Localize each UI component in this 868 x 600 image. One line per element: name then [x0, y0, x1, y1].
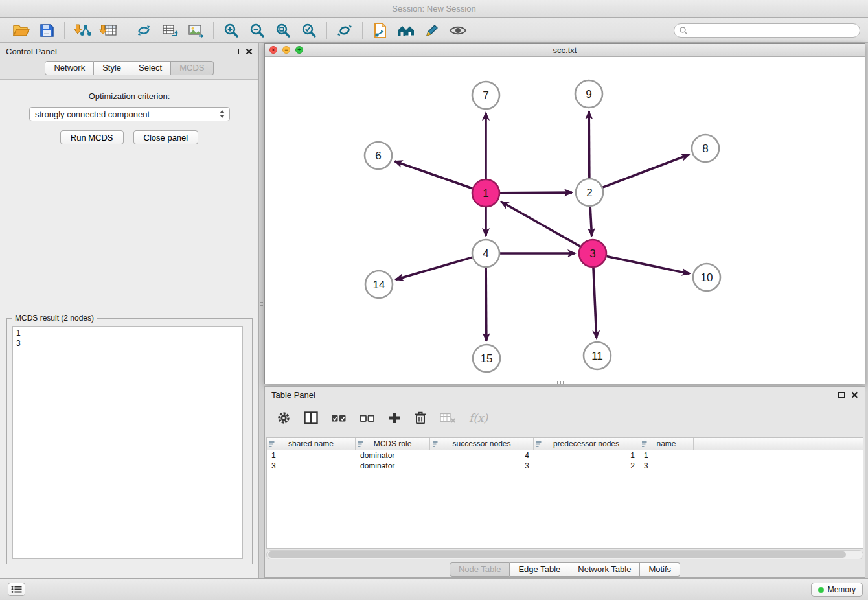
cell-mcds_role[interactable]: dominator: [356, 450, 430, 461]
column-header-predecessor_nodes[interactable]: predecessor nodes: [534, 438, 639, 450]
graph-node-label: 4: [483, 248, 488, 260]
unselect-all-columns-button[interactable]: [360, 413, 375, 423]
zoom-in-button[interactable]: [218, 20, 244, 41]
graph-node-label: 1: [483, 187, 488, 200]
column-header-name[interactable]: name: [639, 438, 694, 450]
graph-edge-3-11[interactable]: [593, 268, 597, 338]
graph-edge-2-8[interactable]: [603, 155, 689, 188]
search-box[interactable]: [674, 23, 860, 38]
table-row[interactable]: 1dominator411: [267, 450, 863, 461]
network-canvas[interactable]: 7968124314101511: [265, 58, 865, 384]
cell-predecessor_nodes[interactable]: 1: [534, 450, 639, 461]
delete-column-button[interactable]: [414, 411, 427, 425]
delete-table-button[interactable]: [440, 412, 456, 424]
tab-motifs[interactable]: Motifs: [640, 562, 680, 577]
tab-edge-table[interactable]: Edge Table: [510, 562, 569, 577]
close-panel-button[interactable]: Close panel: [133, 130, 199, 144]
graph-edge-4-14[interactable]: [396, 257, 472, 279]
optimization-criterion-select[interactable]: strongly connected component: [29, 107, 230, 121]
graph-node-7[interactable]: 7: [472, 82, 499, 109]
table-settings-button[interactable]: [277, 411, 291, 425]
cell-name[interactable]: 1: [639, 450, 694, 461]
graph-node-15[interactable]: 15: [473, 345, 500, 372]
tab-select[interactable]: Select: [130, 61, 171, 75]
search-input[interactable]: [691, 26, 855, 35]
float-panel-icon[interactable]: [838, 392, 845, 398]
close-panel-icon[interactable]: [851, 391, 858, 398]
graph-node-2[interactable]: 2: [576, 179, 603, 206]
splitter-grip-vertical[interactable]: [260, 302, 263, 310]
mcds-result-text[interactable]: 13: [12, 326, 243, 559]
export-image-button[interactable]: [183, 20, 209, 41]
cell-predecessor_nodes[interactable]: 2: [534, 461, 639, 471]
zoom-selected-button[interactable]: [296, 20, 322, 41]
graph-edge-2-3[interactable]: [590, 207, 591, 236]
maximize-traffic-light[interactable]: +: [295, 46, 303, 54]
tab-mcds[interactable]: MCDS: [171, 61, 213, 75]
add-column-button[interactable]: [388, 411, 401, 424]
graph-node-1[interactable]: 1: [472, 179, 499, 207]
import-network-button[interactable]: [69, 20, 95, 41]
export-table-button[interactable]: [157, 20, 183, 41]
open-file-button[interactable]: [8, 20, 34, 41]
tab-node-table[interactable]: Node Table: [450, 562, 510, 577]
graph-edge-3-1[interactable]: [501, 202, 580, 246]
minimize-traffic-light[interactable]: −: [282, 46, 290, 54]
tab-network-table[interactable]: Network Table: [569, 562, 640, 577]
memory-button[interactable]: Memory: [811, 583, 863, 597]
paint-style-button[interactable]: [419, 20, 445, 41]
zoom-out-button[interactable]: [244, 20, 270, 41]
graph-node-14[interactable]: 14: [365, 271, 393, 298]
graph-node-11[interactable]: 11: [584, 342, 611, 369]
search-icon: [679, 26, 688, 35]
image-icon: [187, 23, 204, 38]
eye-icon: [449, 23, 467, 38]
graph-edge-1-6[interactable]: [394, 161, 472, 189]
close-panel-icon[interactable]: [246, 48, 253, 55]
table-horizontal-scrollbar[interactable]: [266, 550, 863, 559]
tab-style[interactable]: Style: [94, 61, 130, 75]
graph-node-8[interactable]: 8: [692, 135, 719, 162]
column-header-shared_name[interactable]: shared name: [267, 438, 356, 450]
graph-node-label: 15: [481, 352, 493, 365]
cell-shared_name[interactable]: 1: [267, 450, 356, 461]
table-row[interactable]: 3dominator323: [267, 461, 863, 471]
new-network-button[interactable]: [131, 20, 157, 41]
scrollbar-thumb[interactable]: [268, 551, 846, 558]
float-panel-icon[interactable]: [233, 49, 239, 54]
zoom-fit-icon: [275, 23, 291, 38]
graph-node-10[interactable]: 10: [693, 264, 720, 291]
show-details-button[interactable]: [445, 20, 471, 41]
function-builder-button[interactable]: f(x): [469, 411, 488, 424]
run-mcds-button[interactable]: Run MCDS: [60, 130, 124, 144]
zoom-fit-button[interactable]: [270, 20, 296, 41]
export-network-button[interactable]: [367, 20, 393, 41]
network-graph[interactable]: 7968124314101511: [265, 58, 865, 384]
split-columns-button[interactable]: [304, 411, 318, 424]
cell-name[interactable]: 3: [639, 461, 694, 471]
table-panel: Table Panel f(x) shared nameMCDS role: [264, 386, 865, 578]
graph-node-6[interactable]: 6: [365, 142, 392, 169]
cell-mcds_role[interactable]: dominator: [356, 461, 430, 471]
column-header-successor_nodes[interactable]: successor nodes: [430, 438, 534, 450]
splitter-grip-horizontal[interactable]: [557, 381, 565, 384]
cell-successor_nodes[interactable]: 4: [430, 450, 534, 461]
graph-edge-2-9[interactable]: [589, 111, 589, 178]
import-table-button[interactable]: [95, 20, 121, 41]
refresh-layout-button[interactable]: [332, 20, 358, 41]
select-all-columns-button[interactable]: [331, 413, 347, 423]
task-history-button[interactable]: [8, 583, 25, 596]
graph-node-4[interactable]: 4: [472, 240, 499, 267]
graph-node-3[interactable]: 3: [579, 240, 606, 267]
column-header-mcds_role[interactable]: MCDS role: [356, 438, 430, 450]
cell-successor_nodes[interactable]: 3: [430, 461, 534, 471]
first-neighbors-button[interactable]: [393, 20, 419, 41]
graph-edge-1-2[interactable]: [500, 192, 572, 193]
graph-edge-4-15[interactable]: [486, 268, 486, 341]
graph-node-9[interactable]: 9: [575, 80, 602, 108]
save-session-button[interactable]: [34, 20, 60, 41]
graph-edge-3-10[interactable]: [607, 257, 690, 274]
close-traffic-light[interactable]: ×: [269, 46, 277, 54]
tab-network[interactable]: Network: [45, 61, 94, 75]
cell-shared_name[interactable]: 3: [267, 461, 356, 471]
